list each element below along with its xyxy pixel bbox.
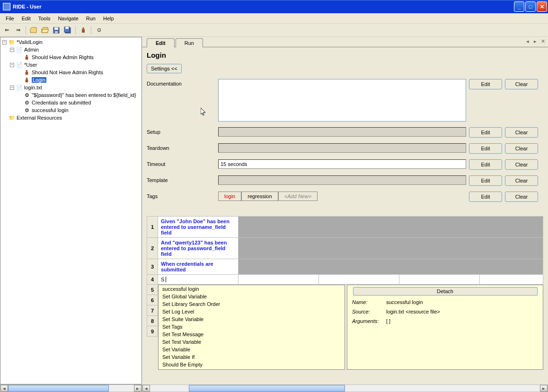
tab-prev-icon[interactable]: ◂ <box>524 38 531 44</box>
settings-toggle-button[interactable]: Settings << <box>147 64 182 73</box>
back-button[interactable]: ⇐ <box>2 26 11 35</box>
open-button[interactable] <box>29 26 38 35</box>
grid-cell-empty[interactable] <box>239 259 543 274</box>
tag-regression[interactable]: regression <box>241 192 278 201</box>
menubar: File Edit Tools Navigate Run Help <box>0 13 548 24</box>
svg-rect-7 <box>82 29 85 33</box>
teardown-field[interactable] <box>218 143 466 153</box>
tree-suite-admin[interactable]: −📄Admin <box>1 46 141 53</box>
tags-clear-button[interactable]: Clear <box>505 192 538 202</box>
forward-button[interactable]: ⇒ <box>13 26 23 35</box>
tab-close-icon[interactable]: ✕ <box>539 38 546 44</box>
grid-cell-empty[interactable] <box>239 216 543 237</box>
scroll-left-icon[interactable]: ◂ <box>142 385 150 392</box>
search-button[interactable]: ⊙ <box>94 26 104 35</box>
robot-button[interactable] <box>79 26 88 35</box>
minimize-button[interactable]: _ <box>514 1 524 12</box>
ac-item[interactable]: Set Test Variable <box>159 338 345 346</box>
grid-cell[interactable] <box>319 275 399 284</box>
ac-item[interactable]: Set Global Variable <box>159 293 345 300</box>
editor-hscroll[interactable]: ◂ ▸ <box>142 384 548 392</box>
teardown-clear-button[interactable]: Clear <box>505 143 538 154</box>
template-field[interactable] <box>218 175 466 185</box>
tree-hscroll[interactable]: ◂ ▸ <box>0 384 142 392</box>
tree-label: Should Not Have Admin Rights <box>32 70 103 75</box>
grid-cell[interactable]: Given "John Doe" has been entered to use… <box>158 216 239 237</box>
menu-edit[interactable]: Edit <box>18 15 35 22</box>
grid-rownum: 5 <box>147 285 158 295</box>
ac-item[interactable]: Should Be Equal <box>159 368 345 370</box>
tab-edit[interactable]: Edit <box>147 38 175 47</box>
save-button[interactable] <box>52 26 61 35</box>
timeout-field[interactable] <box>218 159 466 169</box>
grid-rownum: 9 <box>147 326 158 337</box>
menu-run[interactable]: Run <box>82 15 99 22</box>
grid-cell-editing[interactable]: S <box>158 275 239 284</box>
ac-item[interactable]: Set Log Level <box>159 308 345 315</box>
grid-cell-empty[interactable] <box>239 238 543 259</box>
save-all-button[interactable] <box>63 26 72 35</box>
teardown-edit-button[interactable]: Edit <box>469 143 502 154</box>
ac-item[interactable]: Set Variable If <box>159 353 345 361</box>
ac-item[interactable]: Set Suite Variable <box>159 315 345 323</box>
keyword-grid[interactable]: 1 Given "John Doe" has been entered to u… <box>147 216 543 370</box>
tree-keyword-successful[interactable]: ⚙successful login <box>1 106 141 114</box>
tree-test-admin-rights[interactable]: Should Have Admin Rights <box>1 53 141 61</box>
tags-edit-button[interactable]: Edit <box>469 192 502 202</box>
timeout-edit-button[interactable]: Edit <box>469 159 502 170</box>
timeout-clear-button[interactable]: Clear <box>505 159 538 170</box>
scroll-right-icon[interactable]: ▸ <box>540 385 548 392</box>
open-folder-button[interactable] <box>40 26 50 35</box>
grid-cell[interactable]: When credentials are submitted <box>158 259 239 274</box>
window-title: RIDE - User <box>13 4 42 9</box>
tree-test-no-admin[interactable]: Should Not Have Admin Rights <box>1 69 141 76</box>
menu-navigate[interactable]: Navigate <box>54 15 82 22</box>
tree-suite-root[interactable]: −📁*ValidLogin <box>1 38 141 46</box>
tab-run[interactable]: Run <box>176 38 203 47</box>
grid-cell[interactable] <box>239 275 319 284</box>
tree-test-login[interactable]: Login <box>1 76 141 84</box>
ac-item[interactable]: Set Test Message <box>159 331 345 338</box>
menu-file[interactable]: File <box>2 15 18 22</box>
template-edit-button[interactable]: Edit <box>469 175 502 186</box>
tree-keyword-credentials[interactable]: ⚙Credentials are submitted <box>1 99 141 106</box>
close-button[interactable]: ✕ <box>537 1 547 12</box>
tag-add-new[interactable]: <Add New> <box>278 192 318 201</box>
label-timeout: Timeout <box>147 159 215 167</box>
setup-field[interactable] <box>218 127 466 137</box>
menu-tools[interactable]: Tools <box>35 15 54 22</box>
ac-item[interactable]: successful login <box>159 285 345 293</box>
template-clear-button[interactable]: Clear <box>505 175 538 186</box>
grid-cell[interactable]: And "qwerty123" has been entered to pass… <box>158 238 239 259</box>
tree-keyword-password[interactable]: ⚙"${password}" has been entered to ${fie… <box>1 91 141 99</box>
tree-suite-user[interactable]: −📄*User <box>1 61 141 69</box>
tree-external-resources[interactable]: 📁External Resources <box>1 114 141 122</box>
ac-item[interactable]: Should Be Empty <box>159 361 345 368</box>
tree-panel[interactable]: −📁*ValidLogin −📄Admin Should Have Admin … <box>0 37 142 384</box>
setup-clear-button[interactable]: Clear <box>505 127 538 138</box>
doc-clear-button[interactable]: Clear <box>505 79 538 89</box>
autocomplete-popup[interactable]: successful login Set Global Variable Set… <box>158 285 345 370</box>
tab-next-icon[interactable]: ▸ <box>532 38 539 44</box>
ac-item[interactable]: Set Variable <box>159 346 345 353</box>
documentation-field[interactable] <box>218 79 466 122</box>
grid-rownum: 4 <box>147 275 158 284</box>
ac-item[interactable]: Set Tags <box>159 323 345 331</box>
doc-edit-button[interactable]: Edit <box>469 79 502 89</box>
detail-name-label: Name: <box>352 299 386 305</box>
detach-button[interactable]: Detach <box>353 287 538 296</box>
tree-label: login.txt <box>24 85 42 90</box>
tag-login[interactable]: login <box>218 192 241 201</box>
ac-item[interactable]: Set Library Search Order <box>159 300 345 308</box>
app-icon <box>3 3 10 10</box>
tree-resource-login[interactable]: −📄login.txt <box>1 84 141 91</box>
grid-rownum: 2 <box>147 238 158 259</box>
setup-edit-button[interactable]: Edit <box>469 127 502 138</box>
label-teardown: Teardown <box>147 143 215 151</box>
grid-cell[interactable] <box>480 275 543 284</box>
maximize-button[interactable]: □ <box>525 1 536 12</box>
menu-help[interactable]: Help <box>99 15 118 22</box>
grid-cell[interactable] <box>399 275 480 284</box>
scroll-left-icon[interactable]: ◂ <box>0 385 8 392</box>
scroll-right-icon[interactable]: ▸ <box>134 385 141 392</box>
